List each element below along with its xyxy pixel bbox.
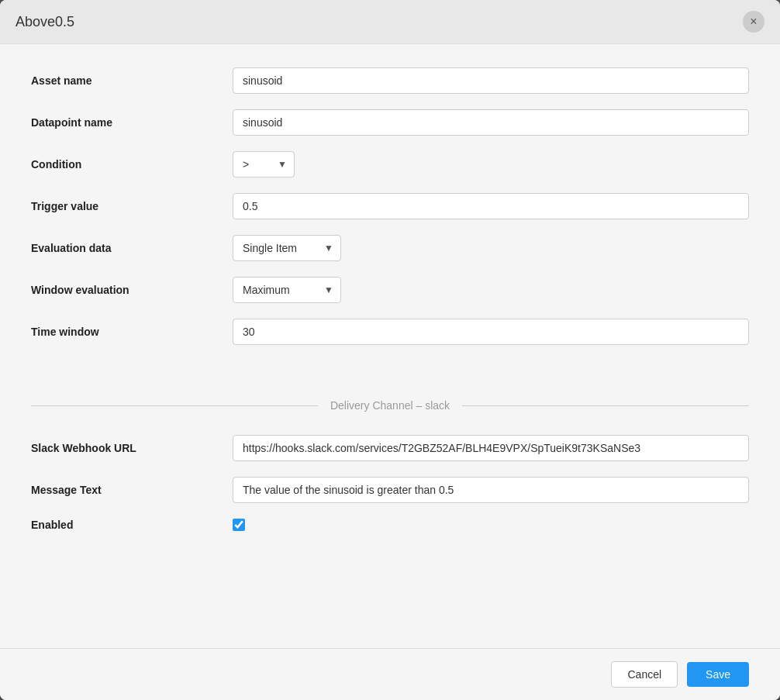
enabled-row: Enabled: [31, 519, 749, 531]
enabled-checkbox-wrapper: [233, 519, 245, 531]
time-window-label: Time window: [31, 326, 233, 338]
divider-line-right: [462, 405, 749, 406]
divider-line-left: [31, 405, 318, 406]
delivery-channel-label: Delivery Channel – slack: [318, 399, 462, 412]
dialog-body: Asset name Datapoint name Condition > < …: [0, 44, 780, 648]
slack-webhook-row: Slack Webhook URL: [31, 435, 749, 461]
message-text-row: Message Text: [31, 477, 749, 503]
datapoint-name-label: Datapoint name: [31, 116, 233, 129]
message-text-label: Message Text: [31, 484, 233, 496]
evaluation-data-select-wrapper: Single Item Window ▼: [233, 235, 341, 261]
trigger-value-row: Trigger value: [31, 193, 749, 219]
trigger-value-input[interactable]: [233, 193, 749, 219]
condition-select-wrapper: > < >= <= = ▼: [233, 151, 295, 178]
delivery-channel-divider: Delivery Channel – slack: [31, 399, 749, 412]
asset-name-label: Asset name: [31, 74, 233, 87]
dialog: Above0.5 × Asset name Datapoint name Con…: [0, 0, 780, 700]
save-button[interactable]: Save: [687, 662, 749, 687]
window-evaluation-select[interactable]: Maximum Minimum Average: [233, 277, 341, 303]
trigger-value-label: Trigger value: [31, 200, 233, 212]
condition-label: Condition: [31, 158, 233, 171]
asset-name-row: Asset name: [31, 67, 749, 94]
close-icon: ×: [750, 16, 757, 28]
enabled-label: Enabled: [31, 519, 233, 531]
message-text-input[interactable]: [233, 477, 749, 503]
window-evaluation-select-wrapper: Maximum Minimum Average ▼: [233, 277, 341, 303]
dialog-footer: Cancel Save: [0, 648, 780, 700]
datapoint-name-row: Datapoint name: [31, 109, 749, 136]
evaluation-data-row: Evaluation data Single Item Window ▼: [31, 235, 749, 261]
condition-row: Condition > < >= <= = ▼: [31, 151, 749, 178]
evaluation-data-label: Evaluation data: [31, 242, 233, 254]
window-evaluation-row: Window evaluation Maximum Minimum Averag…: [31, 277, 749, 303]
datapoint-name-input[interactable]: [233, 109, 749, 136]
cancel-button[interactable]: Cancel: [611, 661, 678, 688]
window-evaluation-label: Window evaluation: [31, 284, 233, 296]
asset-name-input[interactable]: [233, 67, 749, 94]
time-window-row: Time window: [31, 319, 749, 345]
close-button[interactable]: ×: [743, 11, 764, 33]
slack-webhook-input[interactable]: [233, 435, 749, 461]
dialog-header: Above0.5 ×: [0, 0, 780, 44]
enabled-checkbox[interactable]: [233, 519, 245, 531]
slack-webhook-label: Slack Webhook URL: [31, 442, 233, 454]
time-window-input[interactable]: [233, 319, 749, 345]
dialog-title: Above0.5: [16, 14, 74, 30]
evaluation-data-select[interactable]: Single Item Window: [233, 235, 341, 261]
condition-select[interactable]: > < >= <= =: [233, 151, 295, 178]
